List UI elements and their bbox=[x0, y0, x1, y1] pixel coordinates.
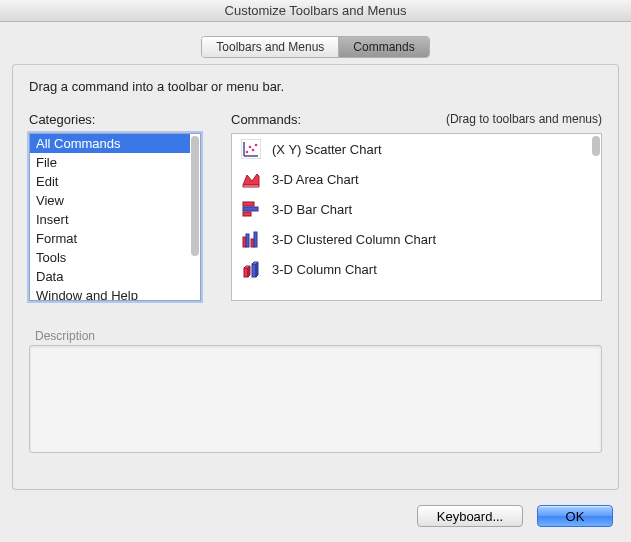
command-label: (X Y) Scatter Chart bbox=[272, 142, 382, 157]
scrollbar-thumb[interactable] bbox=[592, 136, 600, 156]
tab-label: Commands bbox=[353, 40, 414, 54]
category-label: Data bbox=[36, 269, 63, 284]
category-item-format[interactable]: Format bbox=[30, 229, 190, 248]
button-row: Keyboard... OK bbox=[0, 490, 631, 542]
category-item-insert[interactable]: Insert bbox=[30, 210, 190, 229]
svg-marker-7 bbox=[243, 174, 259, 185]
command-item-3d-bar-chart[interactable]: 3-D Bar Chart bbox=[232, 194, 591, 224]
category-item-file[interactable]: File bbox=[30, 153, 190, 172]
commands-listbox[interactable]: (X Y) Scatter Chart 3-D Area Chart bbox=[231, 133, 602, 301]
scatter-chart-icon bbox=[240, 138, 262, 160]
category-item-window-and-help[interactable]: Window and Help bbox=[30, 286, 190, 300]
customize-toolbars-window: Customize Toolbars and Menus Toolbars an… bbox=[0, 0, 631, 542]
button-label: Keyboard... bbox=[437, 509, 504, 524]
command-label: 3-D Bar Chart bbox=[272, 202, 352, 217]
categories-label: Categories: bbox=[29, 112, 95, 127]
category-label: Format bbox=[36, 231, 77, 246]
categories-listbox[interactable]: All Commands File Edit View Insert Forma… bbox=[29, 133, 201, 301]
description-section: Description bbox=[29, 329, 602, 453]
keyboard-button[interactable]: Keyboard... bbox=[417, 505, 523, 527]
categories-scrollbar[interactable] bbox=[191, 135, 199, 299]
svg-point-4 bbox=[249, 146, 252, 149]
svg-rect-15 bbox=[254, 232, 257, 247]
command-item-3d-column-chart[interactable]: 3-D Column Chart bbox=[232, 254, 591, 284]
bar-3d-chart-icon bbox=[240, 198, 262, 220]
category-item-edit[interactable]: Edit bbox=[30, 172, 190, 191]
svg-rect-10 bbox=[243, 207, 258, 211]
commands-scrollbar[interactable] bbox=[592, 135, 600, 299]
svg-point-5 bbox=[252, 149, 255, 152]
category-label: Window and Help bbox=[36, 288, 138, 300]
column-3d-chart-icon bbox=[240, 258, 262, 280]
commands-column: Commands: (Drag to toolbars and menus) bbox=[231, 112, 602, 301]
description-label: Description bbox=[35, 329, 602, 343]
category-item-all-commands[interactable]: All Commands bbox=[30, 134, 190, 153]
ok-button[interactable]: OK bbox=[537, 505, 613, 527]
svg-rect-9 bbox=[243, 202, 254, 206]
svg-marker-18 bbox=[248, 266, 250, 277]
button-label: OK bbox=[566, 509, 585, 524]
instruction-text: Drag a command into a toolbar or menu ba… bbox=[29, 79, 602, 94]
category-item-data[interactable]: Data bbox=[30, 267, 190, 286]
command-label: 3-D Column Chart bbox=[272, 262, 377, 277]
columns: Categories: All Commands File Edit View … bbox=[29, 112, 602, 301]
clustered-column-3d-chart-icon bbox=[240, 228, 262, 250]
description-box bbox=[29, 345, 602, 453]
category-label: Tools bbox=[36, 250, 66, 265]
svg-point-3 bbox=[246, 151, 249, 154]
tab-commands[interactable]: Commands bbox=[338, 37, 428, 57]
drag-hint: (Drag to toolbars and menus) bbox=[446, 112, 602, 127]
commands-pane: Drag a command into a toolbar or menu ba… bbox=[12, 64, 619, 490]
category-label: File bbox=[36, 155, 57, 170]
area-3d-chart-icon bbox=[240, 168, 262, 190]
tab-label: Toolbars and Menus bbox=[216, 40, 324, 54]
tab-bar: Toolbars and Menus Commands bbox=[201, 36, 429, 58]
svg-rect-13 bbox=[246, 234, 249, 247]
categories-column: Categories: All Commands File Edit View … bbox=[29, 112, 201, 301]
svg-marker-8 bbox=[243, 185, 259, 187]
command-item-3d-area-chart[interactable]: 3-D Area Chart bbox=[232, 164, 591, 194]
category-label: All Commands bbox=[36, 136, 121, 151]
tab-bar-area: Toolbars and Menus Commands bbox=[0, 22, 631, 58]
category-label: View bbox=[36, 193, 64, 208]
command-item-xy-scatter-chart[interactable]: (X Y) Scatter Chart bbox=[232, 134, 591, 164]
svg-rect-19 bbox=[252, 264, 256, 277]
scrollbar-thumb[interactable] bbox=[191, 136, 199, 256]
command-label: 3-D Area Chart bbox=[272, 172, 359, 187]
svg-point-6 bbox=[255, 144, 258, 147]
category-item-view[interactable]: View bbox=[30, 191, 190, 210]
svg-marker-21 bbox=[256, 262, 258, 277]
command-item-3d-clustered-column-chart[interactable]: 3-D Clustered Column Chart bbox=[232, 224, 591, 254]
tab-toolbars-and-menus[interactable]: Toolbars and Menus bbox=[202, 37, 338, 57]
window-title: Customize Toolbars and Menus bbox=[0, 0, 631, 22]
commands-label: Commands: bbox=[231, 112, 301, 127]
category-label: Insert bbox=[36, 212, 69, 227]
command-label: 3-D Clustered Column Chart bbox=[272, 232, 436, 247]
category-label: Edit bbox=[36, 174, 58, 189]
category-item-tools[interactable]: Tools bbox=[30, 248, 190, 267]
svg-rect-11 bbox=[243, 212, 251, 216]
svg-rect-16 bbox=[244, 268, 248, 277]
